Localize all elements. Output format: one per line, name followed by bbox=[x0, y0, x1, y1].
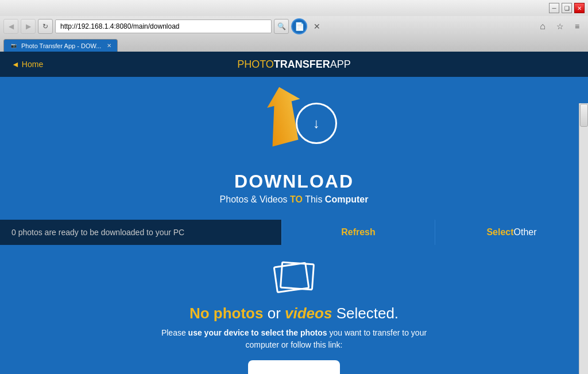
page-content: ◄ Home PHO TO TRANSFER APP bbox=[0, 52, 588, 374]
tab-bar: 📷 Photo Transfer App - DOW... ✕ bbox=[0, 37, 588, 52]
instruction-normal1: Please bbox=[161, 328, 188, 337]
home-link[interactable]: ◄ Home bbox=[11, 60, 43, 69]
app-title: PHO TO TRANSFER APP bbox=[237, 59, 351, 71]
tab-title: Photo Transfer App - DOW... bbox=[21, 42, 101, 49]
active-tab[interactable]: 📷 Photo Transfer App - DOW... ✕ bbox=[3, 39, 118, 52]
select-bold-label: Select bbox=[486, 227, 513, 237]
photo-placeholder-icon bbox=[271, 256, 317, 299]
window-controls: ─ ❑ ✕ bbox=[549, 3, 585, 13]
scrollbar-thumb[interactable] bbox=[580, 104, 588, 127]
select-other-button[interactable]: Select Other bbox=[435, 220, 588, 245]
scrollbar-track[interactable] bbox=[579, 103, 588, 374]
nav-bar: ◀ ▶ ↻ 🔍 📄 ✕ ⌂ ☆ ≡ bbox=[0, 16, 588, 37]
favorites-button[interactable]: ☆ bbox=[552, 19, 567, 34]
app-title-to: TO bbox=[260, 59, 274, 71]
tab-close-button[interactable]: ✕ bbox=[107, 42, 111, 49]
forward-button[interactable]: ▶ bbox=[21, 19, 36, 34]
home-label: Home bbox=[22, 60, 43, 69]
no-videos-bold: videos bbox=[285, 305, 332, 322]
subtitle-this: This bbox=[305, 194, 325, 204]
home-browser-button[interactable]: ⌂ bbox=[535, 19, 550, 34]
app-title-app: APP bbox=[330, 59, 351, 71]
header-nav: ◄ Home PHO TO TRANSFER APP bbox=[0, 52, 588, 77]
app-title-transfer: TRANSFER bbox=[274, 59, 330, 71]
select-card-title: SELECT bbox=[265, 372, 323, 374]
download-subtitle: Photos & Videos TO This Computer bbox=[220, 194, 369, 205]
status-bar: 0 photos are ready to be downloaded to y… bbox=[0, 220, 588, 245]
status-text: 0 photos are ready to be downloaded to y… bbox=[11, 228, 184, 237]
no-photos-text: No photos or videos Selected. bbox=[189, 305, 399, 322]
home-arrow-icon: ◄ bbox=[11, 60, 20, 69]
select-card[interactable]: SELECT Photos & Videos bbox=[248, 360, 340, 374]
hero-section: ↓ DOWNLOAD Photos & Videos TO This Compu… bbox=[0, 77, 588, 211]
refresh-label: Refresh bbox=[341, 227, 376, 237]
no-selected: Selected. bbox=[336, 305, 399, 322]
title-bar: ─ ❑ ✕ bbox=[0, 0, 588, 16]
close-button[interactable]: ✕ bbox=[574, 3, 585, 13]
back-button[interactable]: ◀ bbox=[3, 19, 18, 34]
settings-browser-button[interactable]: ≡ bbox=[570, 19, 585, 34]
refresh-browser-button[interactable]: ↻ bbox=[38, 19, 53, 34]
instruction-text: Please use your device to select the pho… bbox=[150, 327, 438, 351]
no-photos-or: or bbox=[268, 305, 285, 322]
status-info: 0 photos are ready to be downloaded to y… bbox=[0, 220, 281, 245]
app-title-pho: PHO bbox=[237, 59, 260, 71]
page-icon-button[interactable]: 📄 bbox=[291, 18, 307, 34]
subtitle-computer: Computer bbox=[325, 194, 369, 204]
address-bar[interactable] bbox=[55, 20, 272, 33]
subtitle-photos: Photos & Videos bbox=[220, 194, 290, 204]
select-normal-label: Other bbox=[514, 227, 537, 237]
stop-button[interactable]: ✕ bbox=[310, 19, 324, 34]
search-button[interactable]: 🔍 bbox=[274, 19, 289, 34]
browser-window: ─ ❑ ✕ ◀ ▶ ↻ 🔍 📄 ✕ ⌂ ☆ ≡ 📷 Photo Transfer… bbox=[0, 0, 588, 374]
tab-favicon: 📷 bbox=[10, 42, 18, 50]
main-area: No photos or videos Selected. Please use… bbox=[0, 245, 588, 374]
minimize-button[interactable]: ─ bbox=[549, 3, 559, 13]
instruction-bold: use your device to select the photos bbox=[188, 328, 327, 337]
download-icon-wrapper: ↓ bbox=[248, 88, 340, 169]
subtitle-to: TO bbox=[290, 194, 303, 204]
download-title: DOWNLOAD bbox=[234, 171, 354, 192]
maximize-button[interactable]: ❑ bbox=[562, 3, 572, 13]
no-photos-bold: No photos bbox=[189, 305, 264, 322]
refresh-button[interactable]: Refresh bbox=[281, 220, 435, 245]
download-circle-icon: ↓ bbox=[296, 103, 337, 144]
